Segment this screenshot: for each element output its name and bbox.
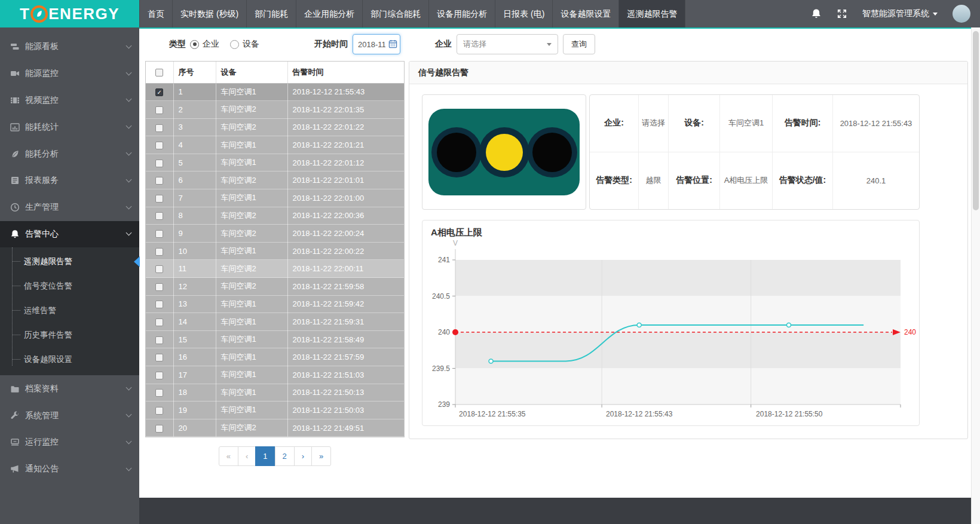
scrollbar-thumb[interactable] (973, 31, 979, 210)
row-checkbox[interactable] (155, 336, 163, 344)
row-checkbox[interactable] (155, 389, 163, 397)
sidebar-subitem[interactable]: 遥测越限告警 (0, 249, 139, 274)
sidebar-subitem[interactable]: 运维告警 (0, 298, 139, 323)
next-page-button[interactable]: › (294, 446, 312, 466)
row-checkbox[interactable] (155, 195, 163, 203)
row-checkbox[interactable] (155, 407, 163, 415)
row-checkbox[interactable] (155, 177, 163, 185)
sidebar-item[interactable]: 能源看板 (0, 33, 139, 60)
topnav-item[interactable]: 实时数据 (秒级) (172, 0, 246, 27)
row-checkbox[interactable] (155, 354, 163, 361)
chevron-down-icon (126, 385, 132, 391)
scrollbar-track[interactable] (971, 27, 980, 524)
sidebar-item[interactable]: 系统管理 (0, 402, 139, 429)
topnav-item[interactable]: 部门能耗 (246, 0, 296, 27)
row-device: 车间空调1 (216, 348, 287, 366)
table-row[interactable]: 8车间空调22018-11-22 22:00:36 (146, 207, 404, 225)
sidebar-subitem[interactable]: 信号变位告警 (0, 274, 139, 298)
row-checkbox[interactable] (155, 301, 163, 308)
topnav-item[interactable]: 设备越限设置 (552, 0, 618, 27)
sidebar-item-label: 系统管理 (25, 410, 127, 421)
row-device: 车间空调1 (216, 136, 287, 154)
row-checkbox[interactable] (155, 265, 163, 273)
row-checkbox[interactable] (155, 372, 163, 379)
row-checkbox[interactable]: ✓ (155, 88, 163, 96)
table-row[interactable]: 6车间空调22018-11-22 22:01:01 (146, 171, 404, 189)
sidebar-item[interactable]: 能耗分析 (0, 140, 139, 167)
table-row[interactable]: ✓1车间空调12018-12-12 21:55:43 (146, 83, 404, 101)
table-row[interactable]: 12车间空调22018-11-22 21:59:58 (146, 278, 404, 296)
enterprise-select[interactable]: 请选择 (457, 34, 558, 54)
info-value: 车间空调1 (720, 95, 773, 152)
row-alarm-time: 2018-11-22 21:59:42 (287, 295, 404, 313)
table-row[interactable]: 4车间空调12018-11-22 22:01:21 (146, 136, 404, 154)
table-row[interactable]: 13车间空调12018-11-22 21:59:42 (146, 295, 404, 313)
row-checkbox[interactable] (155, 318, 163, 326)
row-alarm-time: 2018-11-22 22:01:01 (287, 171, 404, 189)
row-checkbox[interactable] (155, 160, 163, 167)
page-button[interactable]: 1 (255, 446, 275, 466)
row-checkbox[interactable] (155, 124, 163, 132)
sidebar-item[interactable]: 能耗统计 (0, 114, 139, 140)
row-device: 车间空调2 (216, 207, 287, 225)
table-row[interactable]: 7车间空调12018-11-22 22:01:00 (146, 189, 404, 207)
topnav-item[interactable]: 部门综合能耗 (362, 0, 428, 27)
row-checkbox[interactable] (155, 142, 163, 149)
topnav-item[interactable]: 遥测越限告警 (618, 0, 685, 27)
table-row[interactable]: 11车间空调22018-11-22 22:00:11 (146, 260, 404, 278)
select-all-checkbox[interactable] (155, 69, 163, 76)
type-radio[interactable] (190, 40, 199, 49)
table-row[interactable]: 15车间空调12018-11-22 21:58:49 (146, 330, 404, 348)
prev-page-button[interactable]: ‹ (238, 446, 256, 466)
sidebar-item-label: 能耗统计 (25, 122, 127, 133)
system-title-dropdown[interactable]: 智慧能源管理系统 (862, 8, 938, 19)
topnav-item[interactable]: 设备用能分析 (428, 0, 495, 27)
chevron-down-icon (126, 176, 132, 182)
row-checkbox[interactable] (155, 106, 163, 114)
sidebar-item[interactable]: 报表服务 (0, 167, 139, 194)
sidebar-subitem[interactable]: 设备越限设置 (0, 347, 139, 372)
row-checkbox[interactable] (155, 212, 163, 220)
sidebar-item[interactable]: 能源监控 (0, 60, 139, 87)
sidebar-item[interactable]: 告警中心 (0, 221, 139, 248)
bell-icon (10, 229, 20, 239)
table-row[interactable]: 20车间空调22018-11-22 21:49:51 (146, 419, 404, 437)
fullscreen-icon[interactable] (837, 8, 847, 19)
page-button[interactable]: 2 (275, 446, 295, 466)
info-label: 告警状态/值: (773, 152, 833, 210)
first-page-button[interactable]: « (219, 446, 238, 466)
sidebar-item[interactable]: 生产管理 (0, 194, 139, 221)
row-checkbox[interactable] (155, 425, 163, 433)
table-row[interactable]: 2车间空调22018-11-22 22:01:35 (146, 101, 404, 119)
table-row[interactable]: 17车间空调12018-11-22 21:51:03 (146, 366, 404, 384)
sidebar-item[interactable]: 视频监控 (0, 87, 139, 114)
table-row[interactable]: 10车间空调12018-11-22 22:00:22 (146, 242, 404, 260)
avatar[interactable] (953, 5, 970, 23)
last-page-button[interactable]: » (311, 446, 331, 466)
start-time-field (353, 34, 400, 54)
row-checkbox[interactable] (155, 283, 163, 291)
table-row[interactable]: 18车间空调12018-11-22 21:50:13 (146, 384, 404, 402)
topnav-item[interactable]: 企业用能分析 (296, 0, 362, 27)
row-checkbox[interactable] (155, 248, 163, 256)
table-row[interactable]: 16车间空调12018-11-22 21:57:59 (146, 348, 404, 366)
topnav-item[interactable]: 首页 (139, 0, 172, 27)
table-row[interactable]: 9车间空调22018-11-22 22:00:24 (146, 225, 404, 243)
sidebar-subitem[interactable]: 历史事件告警 (0, 323, 139, 347)
bell-icon[interactable] (811, 8, 822, 19)
row-num: 6 (173, 171, 216, 189)
table-row[interactable]: 19车间空调12018-11-22 21:50:03 (146, 402, 404, 419)
table-row[interactable]: 14车间空调12018-11-22 21:59:31 (146, 313, 404, 331)
search-button[interactable]: 查询 (563, 34, 595, 54)
sidebar-item[interactable]: 档案资料 (0, 375, 139, 402)
sidebar-item[interactable]: 运行监控 (0, 429, 139, 456)
table-row[interactable]: 3车间空调22018-11-22 22:01:22 (146, 118, 404, 136)
topnav-item[interactable]: 日报表 (电) (495, 0, 552, 27)
calendar-icon[interactable] (388, 39, 397, 48)
sidebar-item[interactable]: 通知公告 (0, 456, 139, 483)
row-num: 18 (173, 384, 216, 402)
row-checkbox[interactable] (155, 230, 163, 238)
table-row[interactable]: 5车间空调12018-11-22 22:01:12 (146, 154, 404, 171)
start-time-label: 开始时间 (314, 39, 348, 50)
type-radio[interactable] (230, 40, 239, 49)
